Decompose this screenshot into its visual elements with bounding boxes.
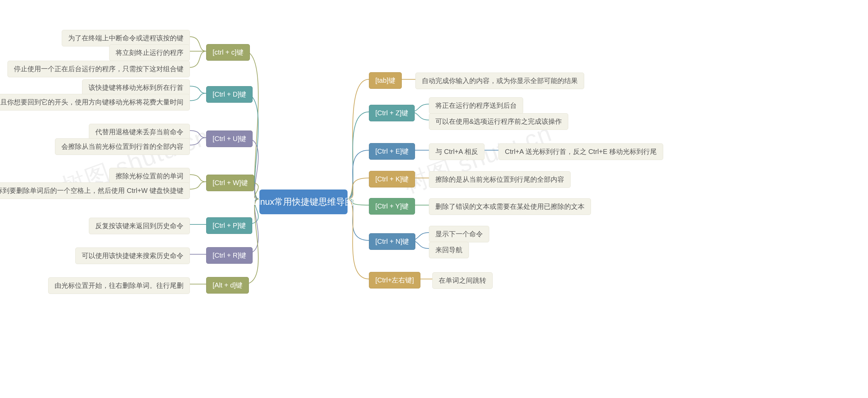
leaf[interactable]: 在单词之间跳转: [432, 272, 493, 289]
center-node[interactable]: Linux常用快捷键思维导图: [259, 190, 348, 214]
leaf[interactable]: 擦除的是从当前光标位置到行尾的全部内容: [429, 171, 571, 188]
node-ctrl-lr[interactable]: [Ctrl+左右键]: [369, 272, 420, 288]
leaf[interactable]: 可以使用该快捷键来搜索历史命令: [75, 247, 190, 264]
leaf[interactable]: 会擦除从当前光标位置到行首的全部内容: [55, 138, 190, 155]
node-ctrl-k[interactable]: [Ctrl + K]键: [369, 171, 415, 187]
leaf[interactable]: 将立刻终止运行的程序: [109, 44, 190, 61]
leaf[interactable]: 自动完成你输入的内容，或为你显示全部可能的结果: [415, 73, 584, 89]
node-ctrl-z[interactable]: [Ctrl + Z]键: [369, 105, 415, 121]
node-alt-d[interactable]: [Alt + d]键: [206, 277, 249, 294]
node-ctrl-u[interactable]: [Ctrl + U]键: [206, 131, 253, 147]
leaf[interactable]: 显示下一个命令: [429, 226, 489, 242]
node-ctrl-w[interactable]: [Ctrl + W]键: [206, 175, 254, 191]
leaf[interactable]: 可以在使用&选项运行程序前之完成该操作: [429, 113, 568, 130]
leaf[interactable]: 将正在运行的程序送到后台: [429, 97, 523, 114]
leaf[interactable]: 用它移动光标到要删除单词后的一个空格上，然后使用 Ctrl+W 键盘快捷键: [0, 182, 190, 199]
leaf[interactable]: 来回导航: [429, 242, 469, 258]
leaf[interactable]: 在终端输入了一个很长的命令或路径，并且你想要回到它的开头，使用方向键移动光标将花…: [0, 94, 190, 111]
leaf[interactable]: 擦除光标位置前的单词: [109, 168, 190, 184]
leaf[interactable]: 删除了错误的文本或需要在某处使用已擦除的文本: [429, 198, 591, 215]
leaf[interactable]: 由光标位置开始，往右删除单词。往行尾删: [48, 277, 190, 294]
leaf[interactable]: 该快捷键将移动光标到所在行首: [82, 79, 190, 96]
leaf[interactable]: Ctrl+A 送光标到行首，反之 Ctrl+E 移动光标到行尾: [498, 143, 663, 160]
node-tab[interactable]: [tab]键: [369, 72, 402, 89]
leaf[interactable]: 停止使用一个正在后台运行的程序，只需按下这对组合键: [7, 61, 190, 77]
leaf[interactable]: 代替用退格键来丢弃当前命令: [89, 124, 190, 140]
node-ctrl-e[interactable]: [Ctrl + E]键: [369, 143, 415, 160]
node-ctrl-d[interactable]: [Ctrl + D]键: [206, 86, 253, 103]
node-ctrl-r[interactable]: [Ctrl + R]键: [206, 247, 253, 264]
leaf[interactable]: 与 Ctrl+A 相反: [429, 143, 485, 160]
node-ctrl-c[interactable]: [ctrl + c]键: [206, 44, 250, 61]
node-ctrl-n[interactable]: [Ctrl + N]键: [369, 233, 415, 250]
leaf[interactable]: 反复按该键来返回到历史命令: [89, 218, 190, 234]
node-ctrl-p[interactable]: [Ctrl + P]键: [206, 217, 252, 234]
node-ctrl-y[interactable]: [Ctrl + Y]键: [369, 198, 415, 215]
leaf[interactable]: 为了在终端上中断命令或进程该按的键: [62, 30, 190, 46]
